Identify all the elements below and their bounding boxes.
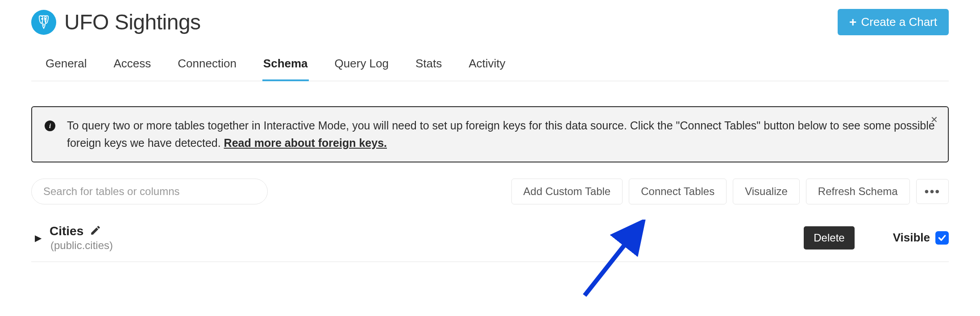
disclosure-icon[interactable]: ▶	[35, 233, 42, 243]
delete-button[interactable]: Delete	[804, 226, 854, 249]
foreign-keys-link[interactable]: Read more about foreign keys.	[224, 137, 387, 149]
tab-access[interactable]: Access	[113, 53, 152, 81]
svg-point-1	[45, 18, 46, 19]
tab-stats[interactable]: Stats	[415, 53, 443, 81]
visible-checkbox[interactable]	[935, 231, 949, 245]
title-group: UFO Sightings	[31, 10, 201, 35]
pencil-icon[interactable]	[90, 225, 101, 238]
toolbar-row: Add Custom Table Connect Tables Visualiz…	[31, 179, 949, 204]
visible-label: Visible	[893, 231, 930, 245]
connect-tables-button[interactable]: Connect Tables	[629, 179, 727, 204]
tab-schema[interactable]: Schema	[262, 53, 309, 81]
more-menu-button[interactable]: •••	[916, 179, 949, 204]
visualize-button[interactable]: Visualize	[733, 179, 800, 204]
info-text-body: To query two or more tables together in …	[67, 119, 935, 149]
plus-icon: +	[849, 16, 856, 29]
info-icon: i	[45, 121, 55, 131]
tabs: General Access Connection Schema Query L…	[31, 53, 949, 81]
tab-query-log[interactable]: Query Log	[334, 53, 390, 81]
tab-general[interactable]: General	[45, 53, 88, 81]
page-title: UFO Sightings	[64, 10, 201, 34]
search-input[interactable]	[31, 179, 268, 204]
tab-connection[interactable]: Connection	[177, 53, 237, 81]
tab-activity[interactable]: Activity	[468, 53, 506, 81]
close-icon[interactable]: ✕	[930, 115, 938, 124]
table-qualified-name: (public.cities)	[50, 239, 113, 252]
postgres-icon	[31, 10, 56, 35]
ellipsis-icon: •••	[925, 185, 940, 198]
table-row: ▶ Cities (public.cities) Delete Visible	[31, 224, 949, 262]
header-row: UFO Sightings + Create a Chart	[31, 9, 949, 35]
table-name-block: Cities (public.cities)	[50, 224, 113, 252]
create-chart-button[interactable]: + Create a Chart	[838, 9, 949, 35]
info-text: To query two or more tables together in …	[67, 117, 935, 152]
refresh-schema-button[interactable]: Refresh Schema	[806, 179, 910, 204]
add-custom-table-button[interactable]: Add Custom Table	[511, 179, 623, 204]
svg-point-0	[42, 18, 42, 19]
table-name: Cities	[50, 224, 83, 238]
create-chart-label: Create a Chart	[861, 15, 937, 29]
info-banner: i To query two or more tables together i…	[31, 106, 949, 162]
